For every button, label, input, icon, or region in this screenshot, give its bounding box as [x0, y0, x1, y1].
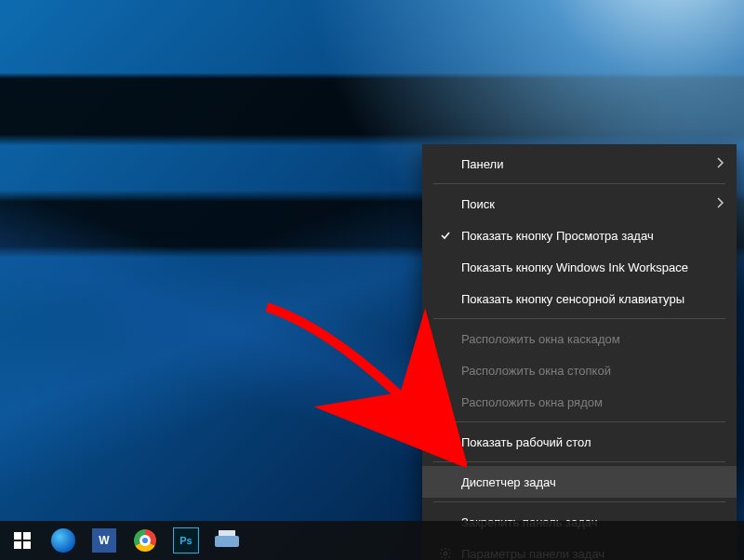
svg-rect-3: [14, 541, 21, 549]
svg-rect-1: [14, 532, 21, 540]
menu-item-label: Показать кнопку Просмотра задач: [461, 229, 724, 243]
menu-item-label: Показать кнопку сенсорной клавиатуры: [461, 292, 724, 306]
menu-item-stack-windows: Расположить окна стопкой: [422, 354, 737, 386]
taskbar-app-photoshop[interactable]: Ps: [166, 521, 206, 560]
menu-separator: [433, 461, 725, 462]
taskbar-app-printer[interactable]: [206, 521, 247, 560]
menu-item-cascade-windows: Расположить окна каскадом: [422, 323, 737, 354]
printer-icon: [215, 530, 239, 551]
menu-item-show-desktop[interactable]: Показать рабочий стол: [422, 426, 737, 458]
start-button[interactable]: [2, 521, 43, 560]
chrome-icon: [134, 529, 156, 552]
menu-item-show-ink-workspace[interactable]: Показать кнопку Windows Ink Workspace: [422, 251, 737, 283]
taskbar: W Ps: [0, 521, 744, 560]
menu-separator: [433, 183, 725, 184]
menu-separator: [433, 421, 725, 422]
taskbar-context-menu: Панели Поиск Показать кнопку Просмотра з…: [422, 144, 737, 560]
svg-rect-4: [23, 541, 31, 549]
edge-icon: [51, 528, 75, 553]
menu-item-label: Панели: [461, 157, 709, 171]
menu-item-task-manager[interactable]: Диспетчер задач: [422, 466, 737, 498]
menu-item-show-touch-keyboard[interactable]: Показать кнопку сенсорной клавиатуры: [422, 283, 737, 314]
menu-item-label: Поиск: [461, 197, 709, 211]
svg-rect-2: [23, 532, 31, 540]
check-icon: [435, 230, 456, 241]
taskbar-app-chrome[interactable]: [125, 521, 166, 560]
word-icon: W: [92, 528, 116, 553]
menu-item-label: Расположить окна каскадом: [461, 332, 724, 346]
menu-item-label: Диспетчер задач: [461, 475, 724, 489]
menu-separator: [433, 501, 725, 502]
menu-item-label: Расположить окна стопкой: [461, 364, 724, 378]
chevron-right-icon: [709, 157, 724, 171]
menu-separator: [433, 318, 725, 319]
menu-item-show-task-view[interactable]: Показать кнопку Просмотра задач: [422, 220, 737, 251]
taskbar-app-edge[interactable]: [43, 521, 84, 560]
menu-item-label: Показать кнопку Windows Ink Workspace: [461, 260, 724, 274]
menu-item-label: Расположить окна рядом: [461, 395, 724, 409]
photoshop-icon: Ps: [173, 527, 199, 553]
menu-item-side-by-side: Расположить окна рядом: [422, 386, 737, 418]
menu-item-search[interactable]: Поиск: [422, 188, 737, 220]
windows-logo-icon: [14, 532, 31, 549]
menu-item-label: Показать рабочий стол: [461, 435, 724, 449]
chevron-right-icon: [709, 197, 724, 211]
menu-item-panels[interactable]: Панели: [422, 148, 737, 180]
taskbar-app-word[interactable]: W: [84, 521, 125, 560]
